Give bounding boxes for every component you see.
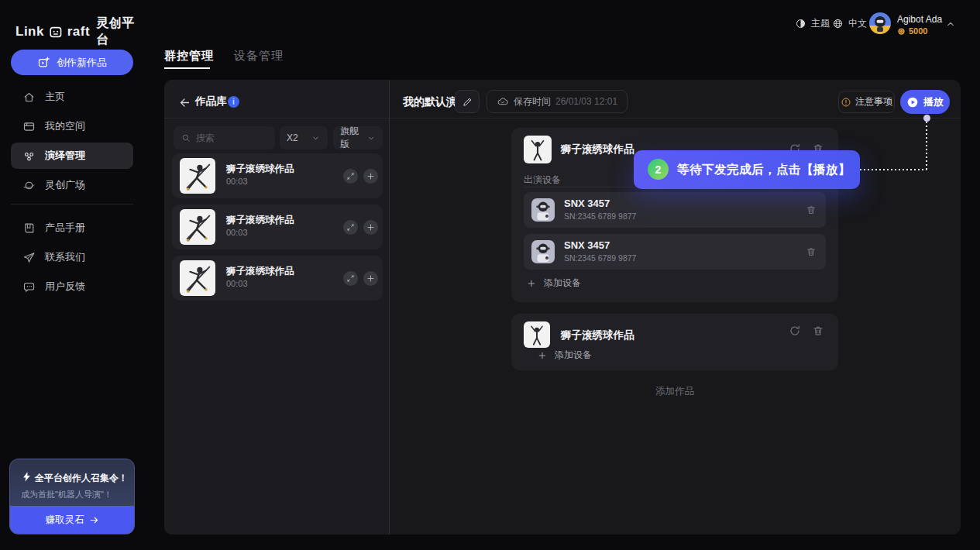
- theme-label: 主题: [811, 17, 830, 30]
- sidebar-item-plaza[interactable]: 灵创广场: [11, 172, 133, 198]
- create-work-button[interactable]: 创作新作品: [11, 50, 133, 75]
- chevron-down-icon: [366, 133, 376, 143]
- add-work-button[interactable]: 添加作品: [511, 385, 838, 398]
- remove-device-icon[interactable]: [806, 205, 817, 215]
- search-input[interactable]: [196, 132, 266, 143]
- lightning-icon: [21, 471, 33, 483]
- save-time-label: 保存时间: [514, 95, 551, 108]
- edit-show-title-button[interactable]: [455, 90, 480, 113]
- paper-plane-icon: [22, 251, 36, 264]
- add-work-to-stage-button[interactable]: [363, 271, 378, 286]
- user-avatar[interactable]: [869, 12, 891, 34]
- sidebar-item-label: 主页: [45, 90, 65, 104]
- sidebar-item-my-space[interactable]: 我的空间: [11, 113, 133, 139]
- language-switcher[interactable]: 中文: [832, 17, 867, 30]
- plus-icon: [366, 274, 375, 283]
- sidebar-item-label: 我的空间: [45, 119, 85, 133]
- active-tab-underline: [164, 67, 210, 69]
- cloud-check-icon: [497, 95, 509, 108]
- brand-word-post: raft: [67, 24, 90, 40]
- theme-toggle[interactable]: 主题: [795, 17, 830, 30]
- remove-device-icon[interactable]: [806, 246, 817, 257]
- search-icon: [181, 132, 191, 143]
- library-item[interactable]: 狮子滚绣球作品 00:03: [172, 205, 383, 249]
- expand-work-button[interactable]: [343, 271, 358, 286]
- notice-button[interactable]: 注意事项: [838, 91, 895, 113]
- device-avatar: [531, 198, 555, 222]
- edition-filter-value: 旗舰版: [340, 125, 366, 151]
- main-panel: 作品库 i X2 旗舰版 狮子滚绣球作品 00:03 狮子滚绣球作品 00:03: [164, 80, 961, 535]
- onboarding-tooltip: 2 等待下发完成后，点击【播放】: [634, 150, 860, 189]
- back-arrow-icon[interactable]: [178, 96, 191, 109]
- stage-work-card: 狮子滚绣球作品 添加设备: [511, 314, 838, 370]
- sidebar-item-performance-management[interactable]: 演绎管理: [11, 143, 133, 169]
- library-info-icon[interactable]: i: [228, 96, 239, 108]
- add-work-to-stage-button[interactable]: [363, 169, 378, 184]
- tab-device-management[interactable]: 设备管理: [234, 49, 284, 64]
- edition-filter-dropdown[interactable]: 旗舰版: [333, 126, 383, 150]
- work-thumbnail: [180, 209, 215, 245]
- guide-connector-horizontal: [860, 169, 927, 170]
- earn-gems-button[interactable]: 赚取灵石: [10, 506, 134, 534]
- add-work-to-stage-button[interactable]: [363, 220, 378, 235]
- card-work-title: 狮子滚绣球作品: [561, 328, 634, 342]
- device-name: SNX 3457: [564, 239, 610, 251]
- device-serial: SN:2345 6789 9877: [564, 211, 636, 221]
- theme-half-circle-icon: [795, 18, 806, 29]
- robot-arms-up-image: [524, 321, 550, 348]
- card-work-title: 狮子滚绣球作品: [561, 143, 634, 156]
- replace-work-icon[interactable]: [789, 325, 801, 337]
- plus-icon: [538, 351, 547, 360]
- chevron-up-icon[interactable]: [944, 18, 957, 30]
- play-label: 播放: [923, 95, 944, 109]
- sidebar: Link raft 灵创平台 创作新作品 主页 我的空间 演绎管理 灵创广场 产…: [0, 0, 144, 550]
- play-button[interactable]: 播放: [900, 90, 950, 114]
- work-thumbnail: [524, 136, 552, 163]
- library-title: 作品库: [195, 95, 227, 108]
- device-row[interactable]: SNX 3457 SN:2345 6789 9877: [524, 234, 826, 270]
- sidebar-item-home[interactable]: 主页: [11, 84, 133, 110]
- sidebar-item-user-feedback[interactable]: 用户反馈: [11, 273, 133, 300]
- robot-face-logo-icon: [49, 25, 63, 40]
- expand-work-button[interactable]: [343, 220, 358, 235]
- pencil-icon: [462, 96, 473, 108]
- add-device-button[interactable]: 添加设备: [538, 349, 592, 362]
- expand-work-button[interactable]: [343, 169, 358, 184]
- library-item[interactable]: 狮子滚绣球作品 00:03: [172, 256, 383, 301]
- speed-filter-dropdown[interactable]: X2: [280, 126, 328, 150]
- sidebar-item-product-manual[interactable]: 产品手册: [11, 215, 133, 241]
- library-item[interactable]: 狮子滚绣球作品 00:03: [172, 153, 383, 198]
- device-robot-icon: [531, 240, 555, 263]
- sidebar-item-contact-us[interactable]: 联系我们: [11, 244, 133, 270]
- work-duration: 00:03: [226, 228, 248, 237]
- folder-icon: [22, 120, 36, 133]
- video-plus-icon: [37, 56, 50, 69]
- warning-circle-icon: [841, 97, 851, 108]
- library-search[interactable]: [174, 126, 275, 150]
- user-name: Agibot Ada: [897, 14, 942, 25]
- save-time-value: 26/01/03 12:01: [555, 96, 617, 107]
- add-device-label: 添加设备: [555, 349, 592, 362]
- expand-icon: [346, 172, 355, 180]
- save-status: 保存时间 26/01/03 12:01: [487, 90, 628, 113]
- notice-label: 注意事项: [855, 95, 892, 108]
- robot-pose-image: [180, 260, 215, 296]
- device-row[interactable]: SNX 3457 SN:2345 6789 9877: [524, 192, 826, 228]
- work-duration: 00:03: [226, 177, 248, 186]
- brand-suffix: 灵创平台: [96, 15, 144, 48]
- speed-filter-value: X2: [287, 132, 298, 143]
- add-device-button[interactable]: 添加设备: [527, 277, 581, 290]
- sidebar-item-label: 产品手册: [45, 221, 85, 235]
- expand-icon: [346, 274, 355, 283]
- add-device-label: 添加设备: [544, 277, 581, 290]
- coin-count: 5000: [909, 26, 927, 36]
- plus-icon: [366, 172, 375, 180]
- header-divider: [164, 118, 961, 119]
- step-badge: 2: [648, 159, 669, 180]
- brand-word-pre: Link: [15, 24, 44, 40]
- plus-icon: [366, 223, 375, 232]
- delete-work-icon[interactable]: [812, 325, 824, 337]
- work-title: 狮子滚绣球作品: [226, 214, 294, 227]
- home-icon: [22, 91, 36, 104]
- tab-group-control[interactable]: 群控管理: [164, 49, 214, 64]
